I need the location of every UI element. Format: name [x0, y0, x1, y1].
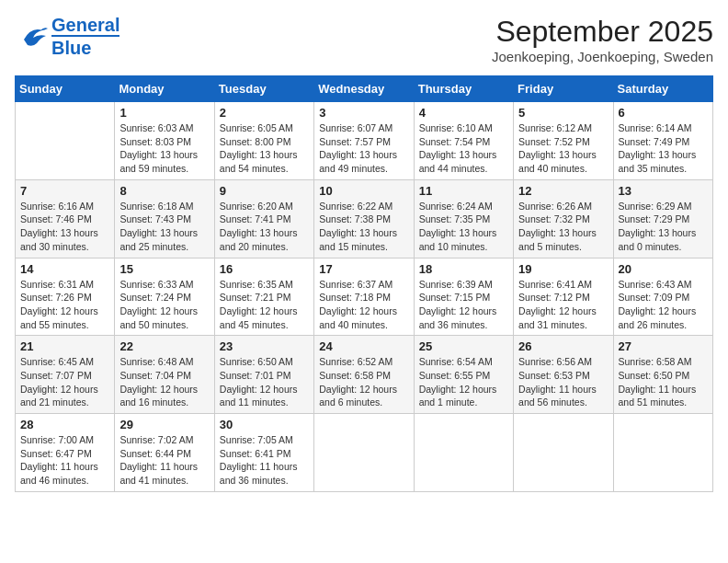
calendar-subtitle: Joenkoeping, Joenkoeping, Sweden: [492, 49, 713, 64]
calendar-day-cell: 15Sunrise: 6:33 AM Sunset: 7:24 PM Dayli…: [115, 258, 214, 336]
day-number: 6: [619, 106, 708, 120]
calendar-day-cell: 5Sunrise: 6:12 AM Sunset: 7:52 PM Daylig…: [514, 102, 613, 180]
day-info: Sunrise: 6:14 AM Sunset: 7:49 PM Dayligh…: [619, 121, 708, 176]
day-info: Sunrise: 7:05 AM Sunset: 6:41 PM Dayligh…: [220, 433, 309, 488]
day-info: Sunrise: 6:10 AM Sunset: 7:54 PM Dayligh…: [419, 121, 508, 176]
day-info: Sunrise: 6:31 AM Sunset: 7:26 PM Dayligh…: [20, 278, 109, 332]
weekday-header: Thursday: [414, 76, 513, 102]
day-info: Sunrise: 6:54 AM Sunset: 6:55 PM Dayligh…: [419, 355, 508, 409]
calendar-week-row: 1Sunrise: 6:03 AM Sunset: 8:03 PM Daylig…: [16, 102, 713, 180]
calendar-day-cell: 23Sunrise: 6:50 AM Sunset: 7:01 PM Dayli…: [214, 336, 313, 414]
day-number: 14: [20, 262, 109, 276]
day-info: Sunrise: 6:39 AM Sunset: 7:15 PM Dayligh…: [419, 278, 508, 332]
calendar-day-cell: 9Sunrise: 6:20 AM Sunset: 7:41 PM Daylig…: [214, 179, 313, 258]
calendar-day-cell: 7Sunrise: 6:16 AM Sunset: 7:46 PM Daylig…: [16, 179, 115, 258]
day-info: Sunrise: 6:26 AM Sunset: 7:32 PM Dayligh…: [518, 200, 608, 254]
calendar-day-cell: 19Sunrise: 6:41 AM Sunset: 7:12 PM Dayli…: [514, 258, 613, 336]
calendar-day-cell: [414, 414, 513, 492]
day-number: 12: [518, 184, 608, 198]
logo-blue: Blue: [51, 35, 119, 58]
day-number: 7: [20, 184, 109, 198]
day-info: Sunrise: 7:02 AM Sunset: 6:44 PM Dayligh…: [119, 433, 209, 488]
calendar-title: September 2025: [492, 15, 713, 49]
calendar-week-row: 7Sunrise: 6:16 AM Sunset: 7:46 PM Daylig…: [16, 179, 713, 258]
day-info: Sunrise: 6:45 AM Sunset: 7:07 PM Dayligh…: [20, 355, 109, 409]
day-number: 13: [619, 184, 708, 198]
day-number: 17: [319, 262, 408, 276]
calendar-day-cell: 18Sunrise: 6:39 AM Sunset: 7:15 PM Dayli…: [414, 258, 513, 336]
day-info: Sunrise: 6:43 AM Sunset: 7:09 PM Dayligh…: [619, 278, 708, 332]
page-header: General Blue September 2025 Joenkoeping,…: [15, 15, 713, 64]
weekday-header: Wednesday: [314, 76, 414, 102]
day-number: 20: [619, 262, 708, 276]
day-info: Sunrise: 6:22 AM Sunset: 7:38 PM Dayligh…: [319, 200, 408, 254]
calendar-day-cell: 28Sunrise: 7:00 AM Sunset: 6:47 PM Dayli…: [16, 414, 115, 492]
calendar-day-cell: 24Sunrise: 6:52 AM Sunset: 6:58 PM Dayli…: [314, 336, 414, 414]
day-info: Sunrise: 6:05 AM Sunset: 8:00 PM Dayligh…: [220, 121, 309, 176]
day-info: Sunrise: 6:07 AM Sunset: 7:57 PM Dayligh…: [319, 121, 408, 176]
day-number: 16: [220, 262, 309, 276]
day-info: Sunrise: 6:58 AM Sunset: 6:50 PM Dayligh…: [619, 355, 708, 409]
calendar-week-row: 14Sunrise: 6:31 AM Sunset: 7:26 PM Dayli…: [16, 258, 713, 336]
day-number: 2: [220, 106, 309, 120]
calendar-day-cell: 21Sunrise: 6:45 AM Sunset: 7:07 PM Dayli…: [16, 336, 115, 414]
calendar-day-cell: 22Sunrise: 6:48 AM Sunset: 7:04 PM Dayli…: [115, 336, 214, 414]
calendar-day-cell: 8Sunrise: 6:18 AM Sunset: 7:43 PM Daylig…: [115, 179, 214, 258]
calendar-day-cell: 20Sunrise: 6:43 AM Sunset: 7:09 PM Dayli…: [613, 258, 712, 336]
day-info: Sunrise: 6:56 AM Sunset: 6:53 PM Dayligh…: [518, 355, 608, 409]
day-info: Sunrise: 6:16 AM Sunset: 7:46 PM Dayligh…: [20, 200, 109, 254]
day-number: 1: [119, 106, 209, 120]
day-info: Sunrise: 6:29 AM Sunset: 7:29 PM Dayligh…: [619, 200, 708, 254]
day-number: 10: [319, 184, 408, 198]
day-info: Sunrise: 6:48 AM Sunset: 7:04 PM Dayligh…: [119, 355, 209, 409]
day-number: 3: [319, 106, 408, 120]
calendar-day-cell: [514, 414, 613, 492]
day-info: Sunrise: 6:41 AM Sunset: 7:12 PM Dayligh…: [518, 278, 608, 332]
day-info: Sunrise: 7:00 AM Sunset: 6:47 PM Dayligh…: [20, 433, 109, 488]
day-number: 28: [20, 418, 109, 431]
day-number: 30: [220, 418, 309, 431]
logo-general: General: [51, 15, 119, 35]
weekday-header: Tuesday: [214, 76, 313, 102]
calendar-day-cell: 27Sunrise: 6:58 AM Sunset: 6:50 PM Dayli…: [613, 336, 712, 414]
calendar-title-area: September 2025 Joenkoeping, Joenkoeping,…: [492, 15, 713, 64]
calendar-day-cell: 6Sunrise: 6:14 AM Sunset: 7:49 PM Daylig…: [613, 102, 712, 180]
day-info: Sunrise: 6:03 AM Sunset: 8:03 PM Dayligh…: [119, 121, 209, 176]
calendar-week-row: 21Sunrise: 6:45 AM Sunset: 7:07 PM Dayli…: [16, 336, 713, 414]
weekday-header: Friday: [514, 76, 613, 102]
day-number: 19: [518, 262, 608, 276]
day-info: Sunrise: 6:52 AM Sunset: 6:58 PM Dayligh…: [319, 355, 408, 409]
calendar-header-row: SundayMondayTuesdayWednesdayThursdayFrid…: [16, 76, 713, 102]
day-info: Sunrise: 6:20 AM Sunset: 7:41 PM Dayligh…: [220, 200, 309, 254]
day-number: 25: [419, 339, 508, 353]
calendar-day-cell: 30Sunrise: 7:05 AM Sunset: 6:41 PM Dayli…: [214, 414, 313, 492]
calendar-table: SundayMondayTuesdayWednesdayThursdayFrid…: [15, 75, 713, 492]
day-number: 22: [119, 339, 209, 353]
calendar-day-cell: 13Sunrise: 6:29 AM Sunset: 7:29 PM Dayli…: [613, 179, 712, 258]
calendar-day-cell: [613, 414, 712, 492]
day-info: Sunrise: 6:50 AM Sunset: 7:01 PM Dayligh…: [220, 355, 309, 409]
day-info: Sunrise: 6:24 AM Sunset: 7:35 PM Dayligh…: [419, 200, 508, 254]
day-number: 29: [119, 418, 209, 431]
weekday-header: Monday: [115, 76, 214, 102]
logo: General Blue: [15, 15, 119, 58]
day-info: Sunrise: 6:12 AM Sunset: 7:52 PM Dayligh…: [518, 121, 608, 176]
calendar-day-cell: 17Sunrise: 6:37 AM Sunset: 7:18 PM Dayli…: [314, 258, 414, 336]
calendar-day-cell: 10Sunrise: 6:22 AM Sunset: 7:38 PM Dayli…: [314, 179, 414, 258]
calendar-day-cell: 3Sunrise: 6:07 AM Sunset: 7:57 PM Daylig…: [314, 102, 414, 180]
calendar-day-cell: [314, 414, 414, 492]
day-info: Sunrise: 6:37 AM Sunset: 7:18 PM Dayligh…: [319, 278, 408, 332]
day-info: Sunrise: 6:18 AM Sunset: 7:43 PM Dayligh…: [119, 200, 209, 254]
weekday-header: Saturday: [613, 76, 712, 102]
day-number: 15: [119, 262, 209, 276]
calendar-day-cell: 12Sunrise: 6:26 AM Sunset: 7:32 PM Dayli…: [514, 179, 613, 258]
day-number: 8: [119, 184, 209, 198]
day-number: 9: [220, 184, 309, 198]
calendar-day-cell: 26Sunrise: 6:56 AM Sunset: 6:53 PM Dayli…: [514, 336, 613, 414]
calendar-day-cell: 2Sunrise: 6:05 AM Sunset: 8:00 PM Daylig…: [214, 102, 313, 180]
day-number: 23: [220, 339, 309, 353]
calendar-day-cell: 11Sunrise: 6:24 AM Sunset: 7:35 PM Dayli…: [414, 179, 513, 258]
calendar-day-cell: 25Sunrise: 6:54 AM Sunset: 6:55 PM Dayli…: [414, 336, 513, 414]
day-number: 24: [319, 339, 408, 353]
day-number: 11: [419, 184, 508, 198]
